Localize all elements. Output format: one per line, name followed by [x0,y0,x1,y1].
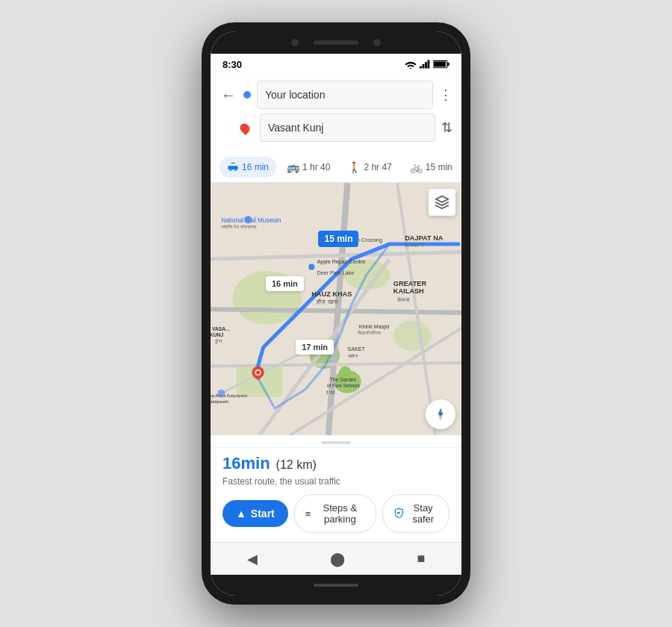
nav-header: ← ⋮ ⋮ ⇅ [211,75,461,152]
steps-icon: ≡ [305,508,311,520]
stay-safer-button[interactable]: Stay safer [382,494,449,533]
phone-screen: 8:30 [211,31,461,596]
status-time: 8:30 [223,59,242,70]
svg-rect-3 [425,62,427,68]
tab-drive-label: 16 min [242,162,269,172]
compass-icon [433,407,448,422]
swap-button[interactable]: ⇅ [441,119,452,136]
more-options-button[interactable]: ⋮ [439,87,452,103]
origin-input[interactable] [257,81,433,109]
shield-icon [393,508,404,520]
route-indicator [243,91,251,99]
layers-icon [435,195,449,210]
back-button[interactable]: ← [220,85,237,105]
svg-point-0 [410,68,412,69]
destination-dot [238,122,252,135]
front-sensor [373,39,381,46]
map-svg: National Rail Museum राष्ट्रीय रेल संग्र… [211,183,461,435]
svg-text:कुंज: कुंज [214,338,223,344]
transport-tabs: 16 min 🚌 1 hr 40 🚶 2 hr 47 🚲 15 min [211,152,461,183]
map-area[interactable]: National Rail Museum राष्ट्रीय रेल संग्र… [211,183,461,435]
start-icon: ▲ [236,508,246,520]
svg-point-55 [439,413,441,415]
svg-rect-7 [434,61,446,66]
status-icons [405,60,449,69]
map-compass-button[interactable] [426,399,455,429]
route-time: 16min [223,454,270,473]
phone-bottom-bar [211,575,461,596]
svg-point-54 [256,370,260,374]
svg-text:Apple Repair Centre: Apple Repair Centre [317,259,365,265]
start-button[interactable]: ▲ Start [223,500,288,527]
origin-dot [243,91,251,99]
svg-rect-1 [420,66,422,69]
nav-home-button[interactable]: ⬤ [321,548,354,570]
tab-walk[interactable]: 🚶 2 hr 47 [340,157,399,178]
svg-text:SAKET: SAKET [347,346,365,352]
action-buttons: ▲ Start ≡ Steps & parking Stay safer [223,494,449,533]
svg-text:खिड़की मस्जिद: खिड़की मस्जिद [357,330,382,336]
svg-text:Khirki Masjid: Khirki Masjid [359,324,390,330]
battery-icon [433,60,449,69]
spacer: ⋮ [220,124,234,132]
svg-text:साकेत: साकेत [347,353,358,358]
route-description: Fastest route, the usual traffic [223,476,449,487]
svg-point-11 [393,320,432,351]
svg-text:DAJPAT NA: DAJPAT NA [405,234,444,242]
bottom-panel: 16min (12 km) Fastest route, the usual t… [211,447,461,542]
svg-text:ई गार्ड.: ई गार्ड. [326,390,337,395]
steps-parking-button[interactable]: ≡ Steps & parking [294,494,376,533]
svg-text:राष्ट्रीय रेल संग्रहालय: राष्ट्रीय रेल संग्रहालय [220,224,256,230]
svg-text:GREATER: GREATER [393,280,427,287]
status-bar: 8:30 [211,54,461,75]
svg-rect-6 [447,63,449,66]
svg-text:Shree Adya Katyayani: Shree Adya Katyayani [211,393,247,398]
svg-text:HAUZ KHAS: HAUZ KHAS [311,290,352,298]
transit-icon: 🚌 [287,161,299,173]
svg-text:of Five Senses: of Five Senses [327,383,361,388]
svg-text:Deer Park Lake: Deer Park Lake [317,270,354,276]
svg-text:हौज़ खास: हौज़ खास [316,298,337,305]
svg-text:कैलाश: कैलाश [396,296,410,303]
route-badge-17: 17 min [296,340,334,355]
tab-transit[interactable]: 🚌 1 hr 40 [279,157,337,178]
svg-rect-4 [428,60,430,68]
drive-icon [227,161,239,173]
destination-input[interactable] [260,113,435,142]
nav-recents-button[interactable]: ■ [408,548,435,570]
walk-icon: 🚶 [348,161,361,173]
tab-bike-label: 15 min [426,162,452,172]
front-camera [291,39,299,46]
svg-text:KUNJ: KUNJ [211,332,223,337]
svg-text:लाजपत न: लाजपत न [404,243,424,249]
drag-handle [321,441,351,444]
dest-indicator [240,122,249,134]
map-layers-button[interactable] [429,189,455,216]
signal-icon [420,60,430,69]
wifi-icon [405,60,417,69]
phone-top-bar [211,31,461,54]
bottom-nav: ◀ ⬤ ■ [211,542,461,575]
route-badge-15: 15 min [318,231,358,247]
phone-device: 8:30 [202,22,470,605]
tab-bike[interactable]: 🚲 15 min [402,157,460,178]
svg-point-30 [308,264,314,270]
bottom-indicator [314,584,358,587]
tab-transit-label: 1 hr 40 [302,162,330,172]
destination-row: ⋮ ⇅ [220,113,452,142]
bike-icon: 🚲 [410,161,423,173]
route-distance: (12 km) [276,458,317,472]
origin-row: ← ⋮ [220,81,452,109]
tab-walk-label: 2 hr 47 [364,162,391,172]
nav-back-button[interactable]: ◀ [238,548,267,570]
svg-text:VASA...: VASA... [212,326,230,331]
svg-text:KAILASH: KAILASH [393,288,424,296]
svg-point-25 [244,216,252,223]
svg-text:The Garden: The Garden [330,377,357,382]
svg-text:Shaktipeeth: Shaktipeeth [211,399,229,404]
route-badge-16: 16 min [266,276,304,291]
svg-point-48 [217,390,225,397]
phone-speaker [314,40,358,45]
tab-drive[interactable]: 16 min [220,157,276,178]
svg-rect-2 [423,64,425,69]
